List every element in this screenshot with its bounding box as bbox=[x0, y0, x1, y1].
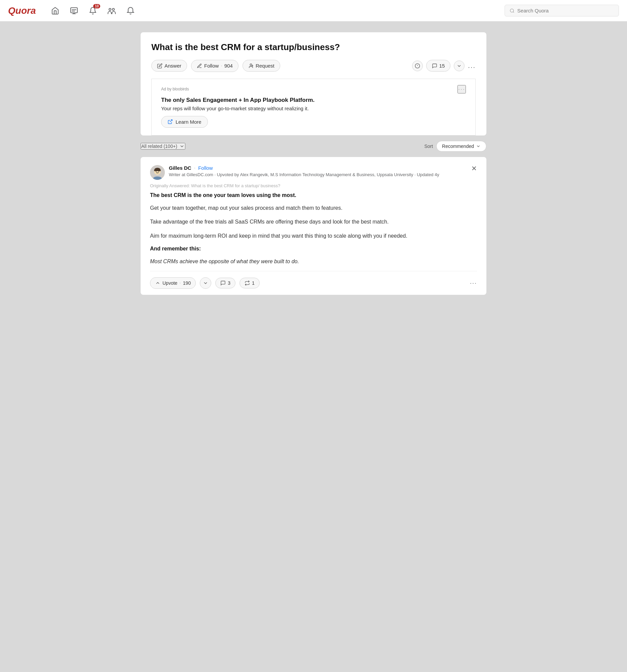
answer-label: Answer bbox=[164, 63, 181, 69]
all-related-label: All related (100+) bbox=[141, 144, 177, 149]
svg-rect-0 bbox=[71, 8, 77, 13]
close-answer-button[interactable]: ✕ bbox=[471, 165, 477, 172]
question-comment-count: 15 bbox=[439, 63, 445, 69]
svg-line-8 bbox=[513, 11, 514, 13]
comment-count-button[interactable]: 15 bbox=[426, 60, 451, 72]
answer-header: Gilles DC · Follow Writer at GillesDC.co… bbox=[150, 165, 477, 180]
author-name-row: Gilles DC · Follow bbox=[169, 165, 439, 171]
learn-more-label: Learn More bbox=[176, 119, 202, 125]
follow-button[interactable]: Follow · 904 bbox=[191, 60, 238, 72]
author-info: Gilles DC · Follow Writer at GillesDC.co… bbox=[169, 165, 439, 178]
ad-headline: The only Sales Engagement + In App Playb… bbox=[161, 97, 466, 103]
ad-label-text: Ad by bloobirds bbox=[161, 87, 189, 92]
ad-more-button[interactable]: ··· bbox=[458, 85, 466, 93]
ad-subtext: Your reps will follow your go-to-market … bbox=[161, 105, 466, 111]
downvote-icon bbox=[457, 63, 462, 69]
quora-logo[interactable]: Quora bbox=[8, 5, 36, 16]
sort-chevron-icon bbox=[476, 144, 481, 149]
ad-card: Ad by bloobirds ··· The only Sales Engag… bbox=[152, 79, 475, 136]
downvote-button[interactable] bbox=[200, 277, 211, 289]
navbar: Quora 10 bbox=[0, 0, 627, 22]
filter-bar: All related (100+) Sort Recommended bbox=[141, 136, 486, 157]
answer-nav-button[interactable] bbox=[68, 5, 80, 17]
answer-italic-text: Most CRMs achieve the opposite of what t… bbox=[150, 257, 477, 266]
author-name: Gilles DC bbox=[169, 165, 191, 171]
upvote-sep: · bbox=[179, 280, 181, 286]
request-label: Request bbox=[256, 63, 275, 69]
chevron-down-icon bbox=[179, 144, 185, 149]
answer-icon bbox=[70, 7, 78, 15]
author-meta: Writer at GillesDC.com · Upvoted by Alex… bbox=[169, 172, 439, 178]
bell-icon bbox=[126, 7, 135, 15]
downvote-question-button[interactable] bbox=[454, 61, 465, 71]
community-icon bbox=[107, 7, 116, 15]
question-more-button[interactable]: ... bbox=[468, 62, 475, 70]
filter-all-related-button[interactable]: All related (100+) bbox=[141, 143, 185, 150]
answer-dots-icon: ··· bbox=[470, 280, 477, 286]
question-card: What is the best CRM for a startup/busin… bbox=[141, 32, 486, 136]
question-title: What is the best CRM for a startup/busin… bbox=[152, 42, 475, 53]
answer-footer: Upvote · 190 3 bbox=[150, 271, 477, 295]
info-button[interactable] bbox=[412, 61, 423, 71]
answer-para-2: Take advantage of the free trials all Sa… bbox=[150, 217, 477, 226]
answer-card: Gilles DC · Follow Writer at GillesDC.co… bbox=[141, 157, 486, 295]
request-icon bbox=[248, 63, 254, 69]
recommended-label: Recommended bbox=[442, 144, 474, 149]
ad-label: Ad by bloobirds ··· bbox=[161, 85, 466, 93]
downvote-answer-icon bbox=[203, 280, 208, 286]
sort-label: Sort bbox=[424, 144, 433, 149]
share-icon bbox=[245, 280, 250, 286]
question-actions: Answer Follow · 904 Re bbox=[152, 60, 475, 79]
share-count: 1 bbox=[252, 280, 255, 286]
share-button[interactable]: 1 bbox=[239, 278, 260, 288]
ad-dots-icon: ··· bbox=[458, 86, 465, 92]
answer-more-button[interactable]: ··· bbox=[470, 280, 477, 287]
follow-icon bbox=[197, 63, 202, 69]
dot-separator: · bbox=[194, 165, 195, 171]
svg-point-5 bbox=[109, 8, 111, 10]
follow-label: Follow bbox=[204, 63, 219, 69]
comment-answer-icon bbox=[220, 280, 226, 286]
comment-button[interactable]: 3 bbox=[215, 278, 235, 288]
svg-point-6 bbox=[112, 8, 114, 10]
answer-follow-link[interactable]: Follow bbox=[198, 165, 213, 171]
nav-icons: 10 bbox=[49, 5, 137, 17]
answer-button[interactable]: Answer bbox=[152, 60, 187, 72]
right-actions: 15 ... bbox=[412, 60, 475, 72]
comment-count: 3 bbox=[228, 280, 230, 286]
edit-icon bbox=[157, 63, 162, 69]
home-icon bbox=[51, 7, 59, 15]
comment-icon bbox=[432, 63, 437, 69]
upvote-icon bbox=[155, 280, 160, 286]
search-input[interactable] bbox=[517, 8, 614, 14]
answer-author-row: Gilles DC · Follow Writer at GillesDC.co… bbox=[150, 165, 439, 180]
upvote-count: 190 bbox=[183, 280, 191, 286]
follow-count: 904 bbox=[224, 63, 233, 69]
originally-answered: Originally Answered: What is the best CR… bbox=[150, 183, 477, 188]
answer-para-1: Get your team together, map out your sal… bbox=[150, 204, 477, 213]
learn-more-button[interactable]: Learn More bbox=[161, 116, 208, 128]
search-bar[interactable] bbox=[505, 5, 619, 17]
home-nav-button[interactable] bbox=[49, 5, 61, 17]
search-icon bbox=[510, 8, 515, 14]
answer-bold-intro: The best CRM is the one your team loves … bbox=[150, 192, 477, 198]
sort-recommended-button[interactable]: Recommended bbox=[436, 141, 486, 152]
dots-icon: ... bbox=[468, 62, 475, 69]
bell-nav-button[interactable] bbox=[124, 5, 137, 17]
answer-para-3: Aim for maximum long-term ROI and keep i… bbox=[150, 232, 477, 240]
avatar-image bbox=[150, 165, 165, 180]
avatar bbox=[150, 165, 165, 180]
content-area: What is the best CRM for a startup/busin… bbox=[135, 32, 492, 295]
request-button[interactable]: Request bbox=[242, 60, 280, 72]
answer-bold-remember: And remember this: bbox=[150, 246, 477, 252]
filter-right: Sort Recommended bbox=[424, 141, 486, 152]
notifications-nav-button[interactable]: 10 bbox=[87, 5, 99, 17]
svg-line-15 bbox=[170, 120, 172, 122]
svg-point-7 bbox=[510, 9, 514, 12]
external-link-icon bbox=[167, 119, 173, 124]
info-icon bbox=[415, 63, 420, 69]
upvote-button[interactable]: Upvote · 190 bbox=[150, 277, 196, 289]
svg-point-9 bbox=[250, 64, 252, 66]
separator: · bbox=[220, 63, 222, 69]
community-nav-button[interactable] bbox=[106, 5, 118, 17]
